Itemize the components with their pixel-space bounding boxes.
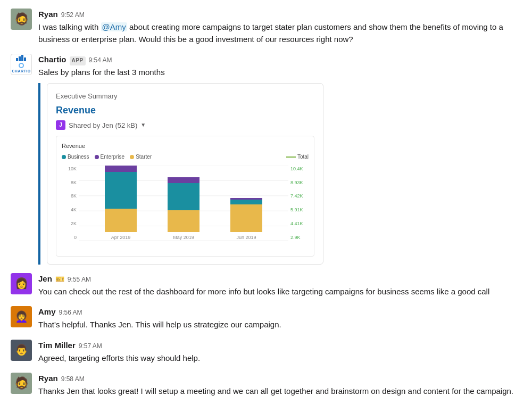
avatar-jen: 👩 bbox=[11, 273, 32, 294]
message-text-ryan-2: Thanks Jen that looks great! I will setu… bbox=[38, 385, 521, 398]
y-label-right-1: 2.9K bbox=[288, 234, 309, 241]
chartio-bar-2 bbox=[19, 56, 21, 61]
shared-avatar-jen: J bbox=[56, 120, 65, 130]
dropdown-arrow-icon[interactable]: ▼ bbox=[140, 121, 146, 129]
bar-business-may bbox=[168, 183, 200, 210]
avatar-chartio: CHARTIO bbox=[11, 54, 32, 75]
app-badge: APP bbox=[70, 56, 86, 65]
bar-starter-may bbox=[168, 210, 200, 232]
message-content-tim: Tim Miller 9:57 AM Agreed, targeting eff… bbox=[38, 340, 521, 365]
author-name-jen: Jen bbox=[38, 273, 52, 285]
y-label-right-2: 4.41K bbox=[288, 220, 309, 227]
message-header-ryan-2: Ryan 9:58 AM bbox=[38, 373, 521, 384]
message-text-amy: That's helpful. Thanks Jen. This will he… bbox=[38, 319, 521, 331]
chartio-bar-3 bbox=[21, 55, 23, 61]
message-amy: 👩‍🦱 Amy 9:56 AM That's helpful. Thanks J… bbox=[11, 306, 521, 331]
legend-dot-enterprise bbox=[95, 155, 99, 159]
chartio-logo: CHARTIO bbox=[12, 55, 30, 74]
timestamp-tim: 9:57 AM bbox=[79, 342, 102, 351]
message-content-amy: Amy 9:56 AM That's helpful. Thanks Jen. … bbox=[38, 306, 521, 331]
chart-full: 0 2K 4K 6K 8K 10K bbox=[62, 166, 309, 251]
bars-container: Apr 2019 May 2019 bbox=[79, 166, 288, 241]
message-jen: 👩 Jen 🎫 9:55 AM You can check out the re… bbox=[11, 273, 521, 298]
timestamp-amy: 9:56 AM bbox=[59, 308, 82, 318]
card-container: Executive Summary Revenue J Shared by Je… bbox=[38, 83, 521, 265]
y-label-right-4: 7.42K bbox=[288, 193, 309, 200]
card-label: Executive Summary bbox=[56, 91, 314, 101]
chartio-bars-icon bbox=[16, 55, 26, 61]
message-text-ryan-1: I was talking with @Amy about creating m… bbox=[38, 21, 521, 45]
stacked-bar-apr[interactable] bbox=[105, 166, 137, 232]
legend-label-total: Total bbox=[297, 153, 309, 161]
chartio-bar-4 bbox=[24, 57, 26, 61]
card-title: Revenue bbox=[56, 103, 314, 117]
legend-dot-starter bbox=[130, 155, 134, 159]
bar-apr: Apr 2019 bbox=[89, 166, 152, 241]
revenue-card[interactable]: Executive Summary Revenue J Shared by Je… bbox=[47, 83, 323, 265]
card-shared-by: J Shared by Jen (52 kB) ▼ bbox=[56, 120, 314, 130]
chartio-circle-icon bbox=[19, 63, 24, 68]
author-name-tim: Tim Miller bbox=[38, 340, 76, 351]
y-label-2k: 2K bbox=[62, 220, 79, 227]
bar-may: May 2019 bbox=[152, 166, 215, 241]
author-name-chartio: Chartio bbox=[38, 54, 66, 65]
legend-starter: Starter bbox=[130, 153, 152, 161]
author-name-amy: Amy bbox=[38, 306, 56, 318]
legend-label-enterprise: Enterprise bbox=[101, 153, 125, 161]
message-ryan-1: 🧔 Ryan 9:52 AM I was talking with @Amy a… bbox=[11, 9, 521, 45]
message-text-tim: Agreed, targeting efforts this way shoul… bbox=[38, 352, 521, 365]
message-header-chartio: Chartio APP 9:54 AM bbox=[38, 54, 521, 65]
chart-area: Revenue Business Enterprise Starter bbox=[56, 136, 314, 257]
avatar-ryan-2: 🧔 bbox=[11, 373, 32, 394]
legend-enterprise: Enterprise bbox=[95, 153, 125, 161]
y-axis-right: 2.9K 4.41K 5.91K 7.42K 8.93K 10.4K bbox=[288, 166, 309, 251]
message-header-ryan-1: Ryan 9:52 AM bbox=[38, 9, 521, 20]
chart-body: Apr 2019 May 2019 bbox=[79, 166, 288, 251]
avatar-ryan: 🧔 bbox=[11, 9, 32, 30]
chart-title: Revenue bbox=[62, 142, 309, 150]
legend-business: Business bbox=[62, 153, 89, 161]
avatar-tim: 👨 bbox=[11, 340, 32, 361]
y-label-right-5: 8.93K bbox=[288, 179, 309, 186]
y-label-right-3: 5.91K bbox=[288, 207, 309, 213]
message-content-ryan-1: Ryan 9:52 AM I was talking with @Amy abo… bbox=[38, 9, 521, 45]
y-label-8k: 8K bbox=[62, 179, 79, 186]
message-content-jen: Jen 🎫 9:55 AM You can check out the rest… bbox=[38, 273, 521, 298]
avatar-amy: 👩‍🦱 bbox=[11, 306, 32, 327]
bar-jun: Jun 2019 bbox=[215, 166, 278, 241]
y-label-right-6: 10.4K bbox=[288, 166, 309, 172]
timestamp: 9:52 AM bbox=[61, 11, 85, 20]
chart-legend: Business Enterprise Starter bbox=[62, 153, 309, 161]
y-label-4k: 4K bbox=[62, 207, 79, 213]
legend-label-starter: Starter bbox=[136, 153, 152, 161]
message-header-tim: Tim Miller 9:57 AM bbox=[38, 340, 521, 351]
bar-starter-apr bbox=[105, 209, 137, 232]
chartio-bar-1 bbox=[16, 58, 18, 61]
message-chartio: CHARTIO Chartio APP 9:54 AM Sales by pla… bbox=[11, 54, 521, 265]
jen-badge-icon: 🎫 bbox=[55, 274, 64, 285]
mention-amy[interactable]: @Amy bbox=[101, 22, 127, 31]
shared-by-text: Shared by Jen (52 kB) bbox=[69, 120, 137, 130]
timestamp-ryan-2: 9:58 AM bbox=[61, 375, 85, 384]
bar-business-apr bbox=[105, 172, 137, 209]
message-tim: 👨 Tim Miller 9:57 AM Agreed, targeting e… bbox=[11, 340, 521, 365]
bar-starter-jun bbox=[230, 204, 262, 232]
message-content-ryan-2: Ryan 9:58 AM Thanks Jen that looks great… bbox=[38, 373, 521, 398]
y-label-0: 0 bbox=[62, 234, 79, 241]
message-text-jen: You can check out the rest of the dashbo… bbox=[38, 286, 521, 298]
legend-total: Total bbox=[286, 153, 309, 161]
message-header-amy: Amy 9:56 AM bbox=[38, 306, 521, 318]
message-header-jen: Jen 🎫 9:55 AM bbox=[38, 273, 521, 285]
bar-enterprise-may bbox=[168, 177, 200, 183]
legend-line-total bbox=[286, 157, 296, 158]
message-text-chartio: Sales by plans for the last 3 months bbox=[38, 67, 521, 79]
y-label-6k: 6K bbox=[62, 193, 79, 200]
legend-label-business: Business bbox=[68, 153, 89, 161]
legend-dot-business bbox=[62, 155, 66, 159]
stacked-bar-jun[interactable] bbox=[230, 198, 262, 232]
y-label-10k: 10K bbox=[62, 166, 79, 172]
chartio-text-icon: CHARTIO bbox=[12, 69, 30, 74]
bar-label-jun: Jun 2019 bbox=[236, 234, 256, 241]
author-name: Ryan bbox=[38, 9, 58, 20]
stacked-bar-may[interactable] bbox=[168, 177, 200, 232]
